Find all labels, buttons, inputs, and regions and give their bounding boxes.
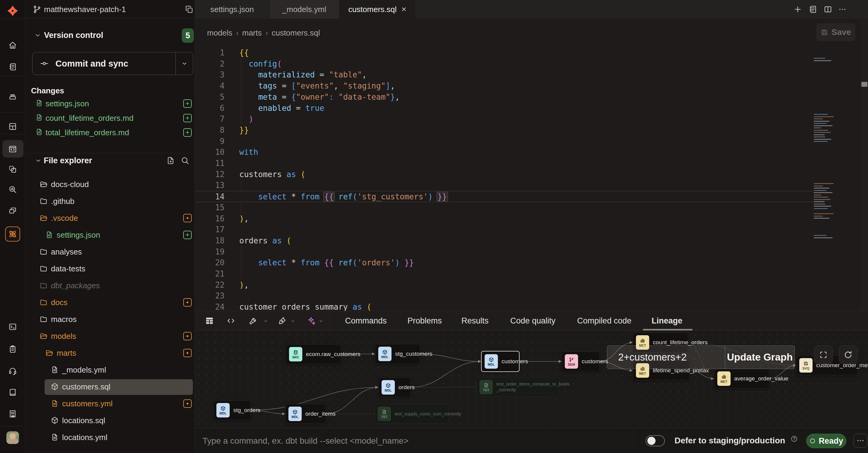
panel-tab-Results[interactable]: Results (461, 311, 489, 330)
changed-file[interactable]: settings.json + (25, 97, 195, 111)
chevron-down-icon[interactable] (34, 31, 41, 39)
file-explorer-header[interactable]: File explorer (44, 156, 92, 165)
help-icon[interactable] (790, 435, 798, 443)
tree-item-dbt_packages[interactable]: dbt_packages (25, 278, 195, 294)
lineage-node-cust[interactable]: MDL customers (481, 351, 520, 372)
tab-settings.json[interactable]: settings.json (195, 0, 270, 19)
tree-item-.vscode[interactable]: .vscode (25, 210, 195, 227)
rail-terminal-icon[interactable] (0, 318, 25, 335)
panel-tab-Commands[interactable]: Commands (345, 311, 387, 330)
lineage-node-t1[interactable]: TST test_order_items_compute_to_bools _c… (476, 377, 559, 397)
lineage-node-t2[interactable]: TST test_supply_costs_sum_correctly (374, 404, 449, 424)
modified-badge[interactable] (183, 349, 192, 357)
changed-file[interactable]: count_lifetime_orders.md + (25, 111, 195, 126)
defer-toggle[interactable] (646, 435, 665, 446)
new-file-icon[interactable] (166, 156, 175, 165)
rail-divider (0, 19, 25, 19)
format-nib-icon[interactable] (278, 316, 287, 326)
lineage-node-raw[interactable]: SRC ecom.raw_customers (286, 344, 341, 364)
overflow-menu-icon[interactable] (838, 5, 847, 14)
commit-dropdown-chevron-icon[interactable] (176, 53, 193, 75)
command-input[interactable]: Type a command, ex. dbt build --select <… (203, 436, 408, 446)
panel-tab-Problems[interactable]: Problems (407, 311, 442, 330)
lineage-canvas[interactable]: SRC ecom.raw_customers MDL stg_customers… (195, 331, 868, 428)
tree-item-data-tests[interactable]: data-tests (25, 261, 195, 278)
rail-clipboard-icon[interactable] (0, 341, 25, 358)
rail-notebook-icon[interactable] (0, 58, 25, 75)
rail-headset-icon[interactable] (0, 363, 25, 380)
stage-add-badge[interactable]: + (183, 99, 192, 108)
refresh-graph-button[interactable] (839, 346, 858, 364)
close-tab-icon[interactable]: × (401, 4, 406, 14)
code-tag-icon[interactable] (226, 316, 236, 326)
results-grid-icon[interactable] (205, 316, 214, 326)
rail-book-icon[interactable] (0, 384, 25, 400)
chevron-down-icon[interactable] (34, 157, 42, 164)
mdl-type-icon: MDL (378, 347, 392, 361)
lineage-selector-input[interactable]: 2+customers+2 (618, 352, 725, 363)
panel-tab-Compiled code[interactable]: Compiled code (577, 311, 631, 330)
chevron-down-icon[interactable] (318, 318, 324, 324)
tree-item-models[interactable]: models (25, 328, 195, 345)
more-options-button[interactable] (854, 434, 867, 448)
editor-scrollbar[interactable] (861, 19, 868, 311)
rail-atom-icon[interactable] (5, 226, 20, 241)
tab-customers.sql[interactable]: customers.sql× (339, 0, 415, 19)
chevron-down-icon[interactable] (263, 318, 269, 324)
tree-item-docs-cloud[interactable]: docs-cloud (25, 176, 195, 193)
changed-file[interactable]: total_lifetime_orders.md + (25, 126, 195, 140)
dbt-logo[interactable] (0, 2, 25, 19)
tree-item-.github[interactable]: .github (25, 193, 195, 210)
avatar[interactable] (6, 431, 19, 444)
notebook-panel-icon[interactable] (808, 5, 817, 14)
tree-item-docs[interactable]: docs (25, 294, 195, 311)
tree-item-analyses[interactable]: analyses (25, 244, 195, 261)
stage-add-badge[interactable]: + (183, 114, 192, 122)
branch-selector[interactable]: matthewshaver-patch-1 (25, 0, 195, 19)
build-wrench-icon[interactable] (249, 316, 258, 326)
chevron-down-icon[interactable] (290, 318, 296, 324)
stage-add-badge[interactable]: + (183, 231, 192, 239)
rail-windows-icon[interactable] (0, 202, 25, 219)
modified-badge[interactable] (183, 298, 192, 306)
copy-branch-icon[interactable] (185, 5, 194, 14)
rail-code-editor-icon[interactable] (0, 141, 25, 158)
tree-item-settings.json[interactable]: settings.json+ (25, 227, 195, 244)
lineage-node-sem[interactable]: SEM customers (561, 352, 600, 371)
commit-and-sync-button[interactable]: Commit and sync (32, 52, 193, 75)
tree-item-_models.yml[interactable]: _models.yml (25, 362, 195, 379)
tree-item-customers.yml[interactable]: customers.yml (25, 395, 195, 412)
version-control-header[interactable]: Version control (44, 31, 103, 40)
modified-badge[interactable] (183, 214, 192, 222)
lineage-node-aov[interactable]: MET average_order_value (714, 369, 770, 389)
update-graph-button[interactable]: Update Graph (725, 352, 795, 363)
modified-badge[interactable] (183, 332, 192, 341)
minimap[interactable] (812, 25, 852, 296)
new-tab-plus-icon[interactable] (793, 5, 802, 14)
tree-item-marts[interactable]: marts (25, 345, 195, 362)
split-view-icon[interactable] (824, 5, 832, 14)
rail-search-chart-icon[interactable] (0, 181, 25, 198)
search-icon[interactable] (181, 156, 190, 165)
stage-add-badge[interactable]: + (183, 128, 192, 137)
lineage-node-oitems[interactable]: MDL order_items (285, 404, 326, 424)
rail-home-icon[interactable] (0, 37, 25, 54)
tree-item-customers.sql[interactable]: customers.sql (25, 379, 195, 395)
lineage-node-stgc[interactable]: MDL stg_customers (375, 344, 420, 364)
panel-tab-Code quality[interactable]: Code quality (510, 311, 555, 330)
rail-copy-dashed-icon[interactable] (0, 161, 25, 178)
tab-_models.yml[interactable]: _models.yml (270, 0, 339, 19)
tree-item-macros[interactable]: macros (25, 311, 195, 328)
code-editor[interactable]: models›marts›customers.sql Save 1{{2 con… (195, 19, 868, 311)
tree-item-locations.sql[interactable]: locations.sql (25, 412, 195, 429)
lineage-node-stgo[interactable]: MDL stg_orders (213, 400, 251, 420)
rail-building-icon[interactable] (0, 406, 25, 422)
lineage-node-orders[interactable]: MDL orders (378, 378, 411, 397)
panel-tab-Lineage[interactable]: Lineage (652, 311, 682, 330)
ai-sparkle-icon[interactable] (307, 316, 316, 326)
rail-stack-icon[interactable] (0, 88, 25, 105)
fullscreen-button[interactable] (814, 346, 833, 364)
rail-dashboard-icon[interactable] (0, 118, 25, 135)
modified-badge[interactable] (183, 399, 192, 408)
tree-item-locations.yml[interactable]: locations.yml (25, 429, 195, 446)
